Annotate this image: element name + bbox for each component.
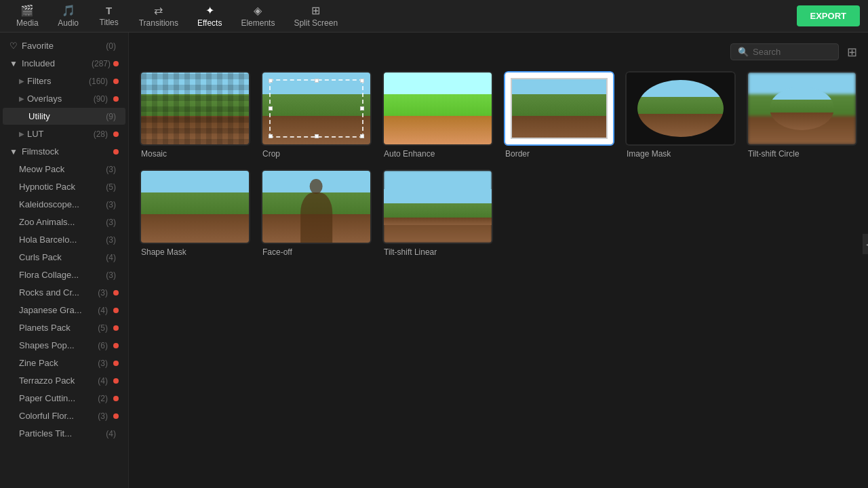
effect-border[interactable]: Border bbox=[504, 71, 614, 159]
effect-auto-enhance-thumb bbox=[382, 71, 493, 146]
rocks-dot bbox=[113, 290, 119, 296]
topnav: 🎬 Media 🎵 Audio T Titles ⇄ Transitions ✦… bbox=[0, 0, 868, 33]
zine-pack-count: (3) bbox=[98, 359, 108, 368]
filters-dot bbox=[113, 79, 119, 84]
search-icon: 🔍 bbox=[738, 47, 749, 57]
sidebar-item-flora-collage[interactable]: Flora Collage... (3) bbox=[3, 266, 125, 283]
sidebar-item-terrazzo-pack[interactable]: Terrazzo Pack (4) bbox=[3, 372, 125, 389]
colorful-flora-label: Colorful Flor... bbox=[19, 411, 98, 421]
kaleidoscope-count: (3) bbox=[106, 200, 116, 209]
sidebar-item-paper-cutting[interactable]: Paper Cuttin... (2) bbox=[3, 390, 125, 407]
nav-effects[interactable]: ✦ Effects bbox=[189, 1, 230, 30]
lut-label: LUT bbox=[27, 129, 94, 139]
grid-view-icon[interactable]: ⊞ bbox=[847, 45, 857, 60]
effect-face-off-thumb bbox=[261, 169, 372, 244]
export-button[interactable]: EXPORT bbox=[797, 5, 860, 26]
filmstock-label: Filmstock bbox=[22, 146, 113, 157]
sidebar-item-filters[interactable]: ▶ Filters (160) bbox=[3, 73, 125, 89]
nav-media-label: Media bbox=[16, 18, 39, 28]
effect-auto-enhance-label: Auto Enhance bbox=[382, 149, 493, 159]
effect-auto-enhance[interactable]: Auto Enhance bbox=[382, 71, 493, 159]
elements-icon: ◈ bbox=[254, 4, 262, 17]
nav-splitscreen-label: Split Screen bbox=[294, 18, 338, 28]
sidebar-item-japanese-gra[interactable]: Japanese Gra... (4) bbox=[3, 302, 125, 319]
filters-count: (160) bbox=[89, 77, 108, 86]
effect-crop-thumb bbox=[261, 71, 372, 146]
sidebar-item-lut[interactable]: ▶ LUT (28) bbox=[3, 125, 125, 142]
titles-icon: T bbox=[106, 5, 112, 16]
audio-icon: 🎵 bbox=[62, 4, 75, 17]
sidebar-item-zoo-animals[interactable]: Zoo Animals... (3) bbox=[3, 214, 125, 230]
sidebar-item-shapes-pop[interactable]: Shapes Pop... (6) bbox=[3, 337, 125, 354]
paper-cutting-count: (2) bbox=[98, 394, 108, 403]
effect-tilt-shift-linear[interactable]: Tilt-shift Linear bbox=[382, 169, 493, 257]
sidebar-item-rocks-and-cr[interactable]: Rocks and Cr... (3) bbox=[3, 284, 125, 301]
sidebar-section-included[interactable]: ▼ Included (287) bbox=[3, 55, 125, 72]
kaleidoscope-label: Kaleidoscope... bbox=[19, 199, 106, 209]
hola-barcelona-count: (3) bbox=[106, 235, 116, 245]
effect-tilt-shift-circle[interactable]: Tilt-shift Circle bbox=[747, 71, 857, 159]
sidebar-item-colorful-flora[interactable]: Colorful Flor... (3) bbox=[3, 407, 125, 424]
hypnotic-pack-label: Hypnotic Pack bbox=[19, 182, 106, 192]
meow-pack-label: Meow Pack bbox=[19, 164, 106, 174]
filmstock-dot bbox=[113, 149, 119, 155]
nav-splitscreen[interactable]: ⊞ Split Screen bbox=[285, 1, 346, 30]
search-input[interactable] bbox=[753, 47, 831, 57]
hola-barcelona-label: Hola Barcelo... bbox=[19, 235, 106, 245]
sidebar-item-hola-barcelona[interactable]: Hola Barcelo... (3) bbox=[3, 231, 125, 248]
effect-image-mask[interactable]: Image Mask bbox=[625, 71, 736, 159]
effect-crop-label: Crop bbox=[261, 149, 372, 159]
effects-icon: ✦ bbox=[205, 4, 214, 17]
effect-face-off-label: Face-off bbox=[261, 247, 372, 257]
effect-shape-mask-label: Shape Mask bbox=[140, 247, 250, 257]
splitscreen-icon: ⊞ bbox=[311, 4, 320, 17]
utility-label: Utility bbox=[19, 111, 106, 121]
effect-border-thumb bbox=[504, 71, 614, 146]
nav-transitions[interactable]: ⇄ Transitions bbox=[131, 1, 186, 30]
transitions-icon: ⇄ bbox=[154, 4, 163, 17]
nav-effects-label: Effects bbox=[197, 18, 222, 28]
search-bar[interactable]: 🔍 bbox=[730, 43, 839, 60]
sidebar-item-kaleidoscope[interactable]: Kaleidoscope... (3) bbox=[3, 196, 125, 213]
paper-dot bbox=[113, 396, 119, 401]
overlays-label: Overlays bbox=[27, 94, 94, 104]
nav-media[interactable]: 🎬 Media bbox=[8, 1, 47, 30]
sidebar-item-utility[interactable]: Utility (9) bbox=[3, 108, 125, 125]
effect-tilt-shift-circle-label: Tilt-shift Circle bbox=[747, 149, 857, 159]
terrazzo-dot bbox=[113, 378, 119, 384]
terrazzo-pack-count: (4) bbox=[98, 376, 108, 386]
nav-audio[interactable]: 🎵 Audio bbox=[50, 1, 87, 30]
nav-elements[interactable]: ◈ Elements bbox=[233, 1, 283, 30]
curls-pack-count: (4) bbox=[106, 253, 116, 262]
overlays-dot bbox=[113, 96, 119, 102]
sidebar-item-overlays[interactable]: ▶ Overlays (90) bbox=[3, 90, 125, 107]
effect-mosaic-thumb bbox=[140, 71, 250, 146]
sidebar: ♡ Favorite (0) ▼ Included (287) ▶ Filter… bbox=[0, 33, 129, 488]
effect-shape-mask[interactable]: Shape Mask bbox=[140, 169, 250, 257]
sidebar-section-filmstock[interactable]: ▼ Filmstock bbox=[3, 143, 125, 160]
effect-crop[interactable]: Crop bbox=[261, 71, 372, 159]
effect-tilt-shift-linear-thumb bbox=[382, 169, 493, 244]
zoo-animals-count: (3) bbox=[106, 218, 116, 227]
sidebar-item-curls-pack[interactable]: Curls Pack (4) bbox=[3, 249, 125, 266]
flora-collage-count: (3) bbox=[106, 270, 116, 280]
content-header: 🔍 ⊞ bbox=[140, 43, 857, 60]
hypnotic-pack-count: (5) bbox=[106, 182, 116, 192]
effect-face-off[interactable]: Face-off bbox=[261, 169, 372, 257]
nav-elements-label: Elements bbox=[241, 18, 275, 28]
content-area: 🔍 ⊞ Mosaic bbox=[129, 33, 868, 488]
japanese-gra-label: Japanese Gra... bbox=[19, 305, 98, 315]
effect-tilt-shift-linear-label: Tilt-shift Linear bbox=[382, 247, 493, 257]
planets-dot bbox=[113, 325, 119, 331]
sidebar-item-zine-pack[interactable]: Zine Pack (3) bbox=[3, 354, 125, 371]
favorite-label: Favorite bbox=[22, 41, 106, 51]
effect-mosaic[interactable]: Mosaic bbox=[140, 71, 250, 159]
nav-titles[interactable]: T Titles bbox=[90, 2, 128, 30]
effect-shape-mask-thumb bbox=[140, 169, 250, 244]
sidebar-item-hypnotic-pack[interactable]: Hypnotic Pack (5) bbox=[3, 178, 125, 195]
sidebar-item-particles-tit[interactable]: Particles Tit... (4) bbox=[3, 425, 125, 442]
lut-dot bbox=[113, 131, 119, 137]
sidebar-item-favorite[interactable]: ♡ Favorite (0) bbox=[3, 37, 125, 54]
sidebar-item-meow-pack[interactable]: Meow Pack (3) bbox=[3, 161, 125, 178]
sidebar-item-planets-pack[interactable]: Planets Pack (5) bbox=[3, 319, 125, 336]
